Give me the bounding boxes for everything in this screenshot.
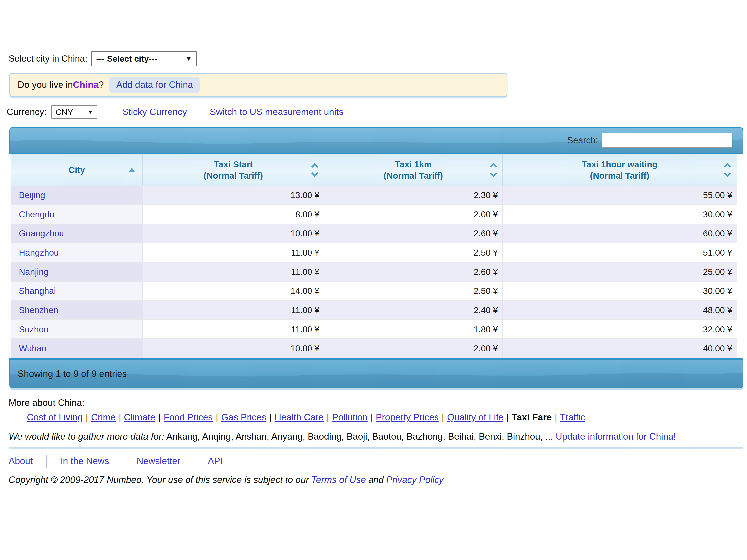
taxi-1km-cell: 2.60 ¥ [324,224,502,243]
table-top-bar: Search: [9,127,743,154]
link-separator: | [504,412,512,422]
column-title: Taxi Start [214,159,253,170]
privacy-policy-link[interactable]: Privacy Policy [386,475,443,485]
search-input[interactable] [601,133,732,148]
search-label: Search: [567,135,598,145]
city-cell: Guangzhou [11,224,142,243]
link-separator: | [115,412,124,422]
city-link[interactable]: Guangzhou [19,229,64,238]
column-header-city[interactable]: City [11,154,142,186]
column-subtitle: (Normal Tariff) [204,170,263,182]
live-question-suffix: ? [99,80,104,90]
city-link[interactable]: Shanghai [19,286,56,296]
section-divider [9,447,743,449]
currency-label: Currency: [7,107,47,117]
more-about-label: More about China: [9,398,747,408]
table-header-row: City Taxi Start (Normal Tariff) Taxi 1km… [11,154,737,186]
more-about-link-food-prices[interactable]: Food Prices [163,412,213,422]
taxi-1km-cell: 1.80 ¥ [324,320,502,339]
nav-separator [194,455,195,468]
city-link[interactable]: Wuhan [19,344,46,353]
gather-data-paragraph: We would like to gather more data for: A… [9,430,736,443]
add-data-button[interactable]: Add data for China [109,77,200,93]
terms-of-use-link[interactable]: Terms of Use [311,475,366,485]
live-question-prefix: Do you live in [18,80,73,90]
more-about-link-property-prices[interactable]: Property Prices [376,412,439,422]
more-about-link-pollution[interactable]: Pollution [332,412,367,422]
table-body: Beijing 13.00 ¥ 2.30 ¥ 55.00 ¥ Chengdu 8… [11,186,737,358]
link-separator: | [213,412,221,422]
switch-units-link[interactable]: Switch to US measurement units [210,107,343,117]
copyright-text: Copyright © 2009-2017 Numbeo. Your use o… [9,475,311,485]
taxi-1km-cell: 2.00 ¥ [324,339,502,358]
horizontal-rule [7,101,740,101]
link-separator: | [552,412,560,422]
select-city-label: Select city in China: [9,54,87,64]
taxi-start-cell: 8.00 ¥ [142,205,324,223]
city-link[interactable]: Nanjing [19,267,49,277]
dropdown-arrow-icon: ▼ [185,55,192,63]
more-about-link-crime[interactable]: Crime [91,412,116,422]
column-title: Taxi 1hour waiting [582,159,658,170]
city-cell: Chengdu [11,205,142,223]
table-row: Beijing 13.00 ¥ 2.30 ¥ 55.00 ¥ [11,186,737,205]
taxi-1hour-waiting-cell: 60.00 ¥ [502,224,737,243]
sticky-currency-link[interactable]: Sticky Currency [122,107,187,117]
footer-nav-link-newsletter[interactable]: Newsletter [137,456,180,466]
city-link[interactable]: Chengdu [19,209,54,219]
sort-both-icon [725,164,730,176]
taxi-start-cell: 11.00 ¥ [142,320,324,339]
taxi-1hour-waiting-cell: 32.00 ¥ [502,320,737,339]
footer-nav-link-about[interactable]: About [9,456,33,466]
city-link[interactable]: Suzhou [19,324,49,334]
table-row: Hangzhou 11.00 ¥ 2.50 ¥ 51.00 ¥ [11,243,737,263]
taxi-1hour-waiting-cell: 30.00 ¥ [502,205,737,223]
taxi-1km-cell: 2.00 ¥ [324,205,502,223]
taxi-1km-cell: 2.50 ¥ [324,282,502,300]
gather-lead: We would like to gather more data for: [9,431,164,442]
city-link[interactable]: Hangzhou [19,248,59,258]
column-title: City [69,164,85,176]
city-link[interactable]: Shenzhen [19,305,58,315]
sort-ascending-icon [129,168,135,172]
taxi-start-cell: 11.00 ¥ [142,243,324,262]
sort-both-icon [312,164,317,176]
footer-nav-link-api[interactable]: API [208,456,223,466]
taxi-1km-cell: 2.50 ¥ [324,243,502,262]
more-about-link-quality-of-life[interactable]: Quality of Life [447,412,504,422]
city-select[interactable]: --- Select city--- ▼ [92,51,197,66]
more-about-link-cost-of-living[interactable]: Cost of Living [27,412,83,422]
link-separator: | [266,412,275,422]
column-header-taxi-1hour-waiting[interactable]: Taxi 1hour waiting (Normal Tariff) [502,154,737,186]
taxi-fare-table: Search: City Taxi Start (Normal Tariff) … [9,127,743,388]
update-information-link[interactable]: Update information for China! [556,431,676,442]
more-about-link-gas-prices[interactable]: Gas Prices [221,412,266,422]
taxi-start-cell: 10.00 ¥ [142,224,324,243]
city-cell: Hangzhou [11,243,142,262]
add-data-notice: Do you live in China ? Add data for Chin… [9,73,508,97]
currency-select[interactable]: CNY ▼ [51,105,97,119]
more-about-link-traffic[interactable]: Traffic [560,412,585,422]
table-row: Guangzhou 10.00 ¥ 2.60 ¥ 60.00 ¥ [11,224,737,243]
copyright-line: Copyright © 2009-2017 Numbeo. Your use o… [9,475,747,485]
city-cell: Beijing [11,186,142,204]
taxi-start-cell: 14.00 ¥ [142,282,324,300]
city-cell: Shanghai [11,282,142,300]
city-cell: Suzhou [11,320,142,339]
footer-nav-link-in-the-news[interactable]: In the News [60,456,109,466]
numbeo-taxi-fare-page: Select city in China: --- Select city---… [0,0,747,560]
taxi-start-cell: 11.00 ¥ [142,263,324,281]
column-subtitle: (Normal Tariff) [590,170,649,182]
dropdown-arrow-icon: ▼ [87,108,93,115]
column-header-taxi-1km[interactable]: Taxi 1km (Normal Tariff) [324,154,502,186]
city-link[interactable]: Beijing [19,190,45,200]
more-about-link-climate[interactable]: Climate [124,412,155,422]
currency-row: Currency: CNY ▼ Sticky Currency Switch t… [7,105,747,119]
link-separator: | [439,412,447,422]
table-row: Shanghai 14.00 ¥ 2.50 ¥ 30.00 ¥ [11,282,737,301]
more-about-link-health-care[interactable]: Health Care [275,412,324,422]
table-row: Shenzhen 11.00 ¥ 2.40 ¥ 48.00 ¥ [11,301,737,320]
link-separator: | [155,412,164,422]
column-header-taxi-start[interactable]: Taxi Start (Normal Tariff) [142,154,324,186]
taxi-1km-cell: 2.30 ¥ [324,186,502,204]
